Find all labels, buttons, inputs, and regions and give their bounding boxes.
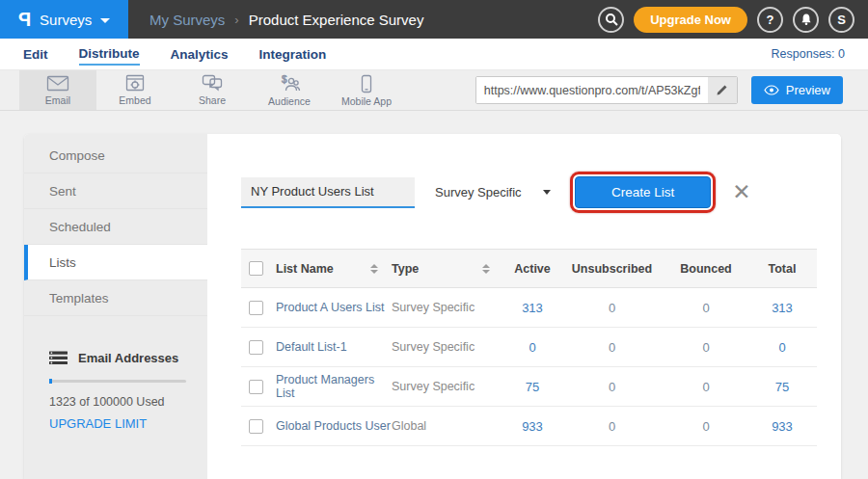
toolbar-item-email[interactable]: Email [19, 70, 96, 110]
upgrade-now-button[interactable]: Upgrade Now [634, 7, 747, 33]
pencil-icon [716, 84, 728, 96]
toolbar-item-embed[interactable]: Embed [96, 70, 174, 110]
active-count[interactable]: 75 [503, 380, 561, 394]
address-list-icon [49, 351, 68, 365]
lists-main-panel: Survey Specific Create List ✕ List Name [207, 134, 841, 479]
close-icon[interactable]: ✕ [732, 181, 750, 203]
toolbar-item-mobile-app[interactable]: Mobile App [328, 70, 405, 110]
search-button[interactable] [598, 7, 624, 33]
bounced-count: 0 [663, 380, 749, 394]
help-button[interactable]: ? [757, 7, 783, 33]
unsubscribed-count: 0 [561, 380, 663, 394]
survey-nav: Edit Distribute Analytics Integration Re… [0, 39, 868, 70]
list-type: Global [392, 419, 503, 433]
total-count[interactable]: 0 [749, 340, 815, 355]
list-type: Survey Specific [392, 301, 503, 314]
total-count[interactable]: 933 [749, 419, 815, 434]
toolbar-item-share[interactable]: Share [174, 70, 251, 110]
account-avatar[interactable]: S [828, 7, 854, 33]
annotation-highlight-ring: Create List [570, 172, 716, 213]
create-list-button[interactable]: Create List [575, 176, 711, 208]
unsubscribed-count: 0 [561, 340, 663, 355]
row-checkbox[interactable] [249, 301, 263, 315]
chevron-down-icon [100, 18, 110, 23]
responses-count[interactable]: Responses: 0 [772, 47, 845, 61]
bell-icon [800, 13, 813, 26]
table-row: Product Managers List Survey Specific 75… [241, 367, 817, 407]
sort-icon[interactable] [482, 264, 490, 274]
unsubscribed-count: 0 [561, 419, 663, 434]
col-header-list-name: List Name [276, 262, 334, 276]
usage-progress-fill [49, 379, 52, 384]
header-actions: Upgrade Now ? S [598, 7, 868, 33]
list-type-value: Survey Specific [435, 185, 522, 200]
preview-button[interactable]: Preview [751, 76, 843, 104]
toolbar-item-label: Share [199, 94, 226, 106]
email-addresses-title: Email Addresses [78, 351, 178, 365]
active-count[interactable]: 933 [503, 419, 561, 434]
notifications-button[interactable] [793, 7, 819, 33]
total-count[interactable]: 313 [749, 301, 815, 315]
embed-icon [125, 74, 145, 93]
tab-integration[interactable]: Integration [259, 43, 327, 65]
active-count[interactable]: 0 [503, 340, 561, 355]
list-type: Survey Specific [392, 380, 503, 393]
distribute-toolbar: Email Embed Share $ Audience [0, 70, 868, 111]
list-name-link[interactable]: Product A Users List [276, 301, 392, 314]
tab-edit[interactable]: Edit [23, 43, 48, 65]
survey-url-input[interactable] [476, 77, 708, 103]
email-panel-card: Compose Sent Scheduled Lists Templates [24, 134, 841, 479]
toolbar-right: Preview [475, 70, 868, 110]
tab-analytics[interactable]: Analytics [171, 43, 229, 65]
bounced-count: 0 [663, 340, 749, 355]
tab-distribute[interactable]: Distribute [79, 42, 140, 66]
upgrade-limit-link[interactable]: UPGRADE LIMIT [49, 416, 186, 431]
toolbar-item-label: Embed [119, 94, 150, 106]
table-row: Global Products User Global 933 0 0 933 [241, 407, 817, 446]
select-all-checkbox[interactable] [249, 261, 263, 276]
audience-icon: $ [278, 74, 301, 93]
page-title: Product Experience Survey [249, 12, 424, 28]
edit-url-button[interactable] [708, 77, 737, 103]
sidebar-item-sent[interactable]: Sent [24, 173, 207, 209]
col-header-type: Type [392, 262, 419, 276]
breadcrumb-my-surveys[interactable]: My Surveys [149, 12, 225, 28]
list-name-link[interactable]: Product Managers List [276, 373, 392, 400]
sidebar-item-compose[interactable]: Compose [24, 138, 207, 173]
list-type-select[interactable]: Survey Specific [429, 185, 556, 200]
share-bubbles-icon [202, 74, 223, 93]
row-checkbox[interactable] [249, 380, 263, 394]
breadcrumb: My Surveys › Product Experience Survey [149, 12, 423, 28]
col-header-total: Total [749, 262, 815, 276]
sidebar-item-scheduled[interactable]: Scheduled [24, 209, 207, 245]
toolbar-item-label: Email [45, 94, 70, 106]
col-header-bounced: Bounced [663, 262, 749, 276]
total-count[interactable]: 75 [749, 380, 815, 394]
usage-text: 1323 of 100000 Used [49, 395, 186, 409]
usage-progress-bar [49, 380, 186, 383]
list-name-input[interactable] [241, 177, 415, 208]
col-header-active: Active [503, 262, 561, 276]
surveys-product-menu[interactable]: P Surveys [0, 0, 128, 39]
breadcrumb-separator: › [234, 13, 238, 27]
table-header-row: List Name Type Active Unsubscribed Bounc… [241, 249, 817, 288]
toolbar-item-label: Audience [268, 95, 311, 107]
row-checkbox[interactable] [249, 419, 263, 434]
sidebar-item-lists[interactable]: Lists [24, 245, 207, 280]
sidebar-item-templates[interactable]: Templates [24, 280, 207, 316]
toolbar-item-audience[interactable]: $ Audience [251, 70, 328, 110]
sort-icon[interactable] [370, 264, 378, 274]
row-checkbox[interactable] [249, 340, 263, 355]
list-name-link[interactable]: Global Products User [276, 419, 392, 433]
table-row: Product A Users List Survey Specific 313… [241, 288, 817, 328]
active-count[interactable]: 313 [503, 301, 561, 315]
email-sidebar: Compose Sent Scheduled Lists Templates [24, 134, 207, 479]
toolbar-item-label: Mobile App [341, 95, 392, 107]
eye-icon [764, 85, 779, 95]
create-list-form: Survey Specific Create List ✕ [241, 172, 841, 213]
table-row: Default List-1 Survey Specific 0 0 0 0 [241, 328, 817, 367]
list-name-link[interactable]: Default List-1 [276, 340, 392, 354]
survey-url-box [475, 76, 738, 104]
search-icon [605, 13, 618, 26]
col-header-unsubscribed: Unsubscribed [561, 262, 663, 276]
